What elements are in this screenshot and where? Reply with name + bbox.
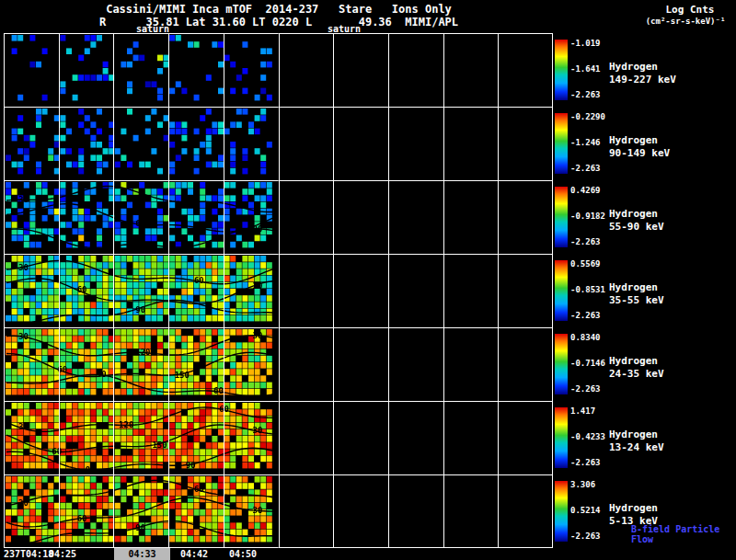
channel-energy-label: 90-149 keV xyxy=(609,147,670,159)
colorbar-tick-min: -2.263 xyxy=(570,458,601,467)
colorbar-tick-min: -2.263 xyxy=(570,90,601,99)
channel-energy-label: 13-24 keV xyxy=(609,441,664,453)
colorbar-units-title: Log Cnts xyxy=(644,4,736,16)
colorbar xyxy=(555,187,568,247)
colorbar xyxy=(555,481,568,542)
colorbar-tick-mid: -1.641 xyxy=(570,64,601,74)
channel-species-label: Hydrogen xyxy=(609,502,658,514)
channel-energy-label: 149-227 keV xyxy=(609,74,676,86)
ephemeris-line: R 35.81 Lat 31.60 LT 0220 L 49.36 MIMI/A… xyxy=(0,16,558,29)
colorbar-tick-min: -2.263 xyxy=(570,164,601,173)
time-tick-label: 237T04:18 xyxy=(4,549,53,559)
colorbar-tick-max: 0.5569 xyxy=(570,259,601,269)
colorbar-tick-min: -2.263 xyxy=(570,311,601,320)
bfield-label: B-field Particle Flow xyxy=(631,524,736,544)
plot-title: Cassini/MIMI Inca mTOF 2014-237 Stare Io… xyxy=(0,3,558,16)
cassini-mimi-plot: Cassini/MIMI Inca mTOF 2014-237 Stare Io… xyxy=(0,0,736,560)
colorbar-tick-mid: -0.7146 xyxy=(570,359,605,368)
channel-energy-label: 35-55 keV xyxy=(609,294,664,306)
colorbar-tick-max: 1.417 xyxy=(570,406,595,416)
spectrogram-canvas xyxy=(4,33,553,548)
colorbar xyxy=(555,113,568,174)
time-tick-label: 04:50 xyxy=(229,549,257,559)
colorbar-tick-mid: -0.8531 xyxy=(570,285,605,294)
colorbar-tick-mid: -0.9182 xyxy=(570,211,605,221)
channel-species-label: Hydrogen xyxy=(609,281,658,293)
colorbar-tick-max: 0.4269 xyxy=(570,186,601,195)
channel-species-label: Hydrogen xyxy=(609,134,658,146)
time-cursor-cell[interactable]: 04:33 xyxy=(114,548,170,560)
colorbar-tick-max: -1.019 xyxy=(570,39,601,48)
colorbar xyxy=(555,260,568,321)
colorbar-tick-min: -2.263 xyxy=(570,237,601,246)
channel-species-label: Hydrogen xyxy=(609,208,658,220)
colorbar-tick-max: 0.8340 xyxy=(570,333,601,342)
channel-species-label: Hydrogen xyxy=(609,429,658,440)
colorbar-tick-mid: 0.5214 xyxy=(570,506,601,515)
channel-energy-label: 55-90 keV xyxy=(609,221,664,233)
channel-energy-label: 24-35 keV xyxy=(609,368,664,380)
time-tick-label: 04:25 xyxy=(49,549,76,559)
colorbar xyxy=(555,40,568,100)
colorbar-tick-min: -2.263 xyxy=(570,384,601,394)
colorbar-tick-min: -2.263 xyxy=(570,531,601,541)
time-tick-label: 04:33 xyxy=(128,549,155,559)
colorbar xyxy=(555,334,568,394)
colorbar xyxy=(555,407,568,468)
colorbar-units-formula: (cm²-sr-s-keV)⁻¹ xyxy=(635,17,736,26)
colorbar-tick-mid: -0.4233 xyxy=(570,432,605,441)
channel-species-label: Hydrogen xyxy=(609,61,658,73)
colorbar-tick-max: -0.2290 xyxy=(570,112,605,121)
channel-species-label: Hydrogen xyxy=(609,355,658,367)
time-tick-label: 04:42 xyxy=(180,549,208,559)
colorbar-tick-mid: -1.246 xyxy=(570,138,601,147)
colorbar-tick-max: 3.306 xyxy=(570,480,595,489)
